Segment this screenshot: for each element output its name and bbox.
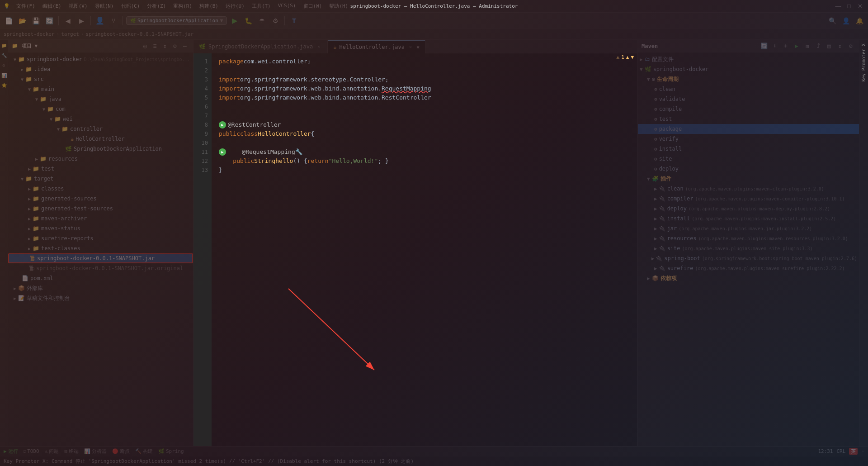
window-title: springboot-docker – HelloController.java…: [350, 3, 518, 9]
code-line-3: import org.springframework.stereotype.Co…: [219, 75, 637, 84]
type-string: String: [254, 157, 275, 166]
line-num-4: 4: [193, 84, 208, 93]
code-line-2: [219, 66, 637, 75]
import-pkg3: org.springframework.web.bind.annotation.: [240, 93, 382, 102]
nav-up-btn[interactable]: ▲: [626, 54, 629, 60]
code-line-1: package com.wei.controller ;: [219, 57, 637, 66]
request-mapping-settings: 🔧: [295, 147, 302, 157]
line-num-3: 3: [193, 75, 208, 84]
indent-11: [228, 147, 242, 157]
code-line-10: [219, 138, 637, 147]
line-num-11: 11: [193, 147, 208, 157]
editor-content: ⚠ 1 ▲ ▼ 1 2 3 4 5 6 7 8 9 10 11: [193, 53, 637, 446]
kw-public: public: [219, 129, 240, 138]
line-num-5: 5: [193, 93, 208, 102]
line-num-7: 7: [193, 111, 208, 120]
main-container: 💡 文件(F) 编辑(E) 视图(V) 导航(N) 代码(C) 分析(Z) 重构…: [0, 0, 868, 466]
line-numbers: 1 2 3 4 5 6 7 8 9 10 11 12 13: [193, 53, 212, 446]
str-hello-world: "Hello,World!": [329, 157, 378, 166]
code-line-12: public String hello () { return "Hello,W…: [219, 157, 637, 166]
annotation-request-mapping: @RequestMapping: [242, 147, 295, 157]
run-gutter-icon-11: ▶: [219, 148, 226, 156]
class-name: HelloController: [258, 129, 311, 138]
code-line-11: ▶ @RequestMapping 🔧: [219, 147, 637, 157]
import-pkg2: org.springframework.web.bind.annotation.: [240, 84, 382, 93]
method-close: ; }: [378, 157, 388, 166]
import-pkg1: org.springframework.stereotype.Controlle…: [240, 75, 389, 84]
right-icon-key-promoter[interactable]: Key Promoter X: [860, 42, 867, 83]
import-kw2: import: [219, 84, 240, 93]
code-line-5: import org.springframework.web.bind.anno…: [219, 93, 637, 102]
code-line-8: ▶ @RestController: [219, 120, 637, 129]
import-kw3: import: [219, 93, 240, 102]
line-num-10: 10: [193, 138, 208, 147]
warning-bar: ⚠ 1 ▲ ▼: [613, 53, 638, 61]
code-editor[interactable]: package com.wei.controller ; import org.…: [212, 53, 637, 446]
editor-area: 🌿 SpringbootDockerApplication.java ✕ ☕ H…: [193, 40, 637, 446]
code-line-4: import org.springframework.web.bind.anno…: [219, 84, 637, 93]
code-line-6: [219, 102, 637, 111]
pkg-name: com.wei.controller: [244, 57, 307, 66]
line-num-2: 2: [193, 66, 208, 75]
kw-package: package: [219, 57, 244, 66]
indent-12: [219, 157, 233, 166]
import-class2: RequestMapping: [382, 84, 431, 93]
import-kw: import: [219, 75, 240, 84]
nav-down-btn[interactable]: ▼: [631, 54, 634, 60]
method-hello: hello: [275, 157, 293, 166]
code-line-13: }: [219, 166, 637, 175]
code-line-9: public class HelloController {: [219, 129, 637, 138]
method-parens: () {: [293, 157, 307, 166]
kw-return: return: [307, 157, 329, 166]
warning-count: 1: [621, 54, 624, 60]
kw-class: class: [240, 129, 258, 138]
run-gutter-icon-8: ▶: [219, 121, 226, 128]
line-num-8: 8: [193, 120, 208, 129]
line-num-12: 12: [193, 157, 208, 166]
warning-icon: ⚠: [617, 54, 620, 60]
import-class3: RestController: [382, 93, 431, 102]
line-num-6: 6: [193, 102, 208, 111]
annotation-rest-controller: @RestController: [228, 120, 281, 129]
line-num-1: 1: [193, 57, 208, 66]
line-num-13: 13: [193, 166, 208, 175]
brace-open: {: [311, 129, 315, 138]
code-line-7: [219, 111, 637, 120]
kw-public2: public: [233, 157, 254, 166]
line-num-9: 9: [193, 129, 208, 138]
semicolon: ;: [307, 57, 311, 66]
